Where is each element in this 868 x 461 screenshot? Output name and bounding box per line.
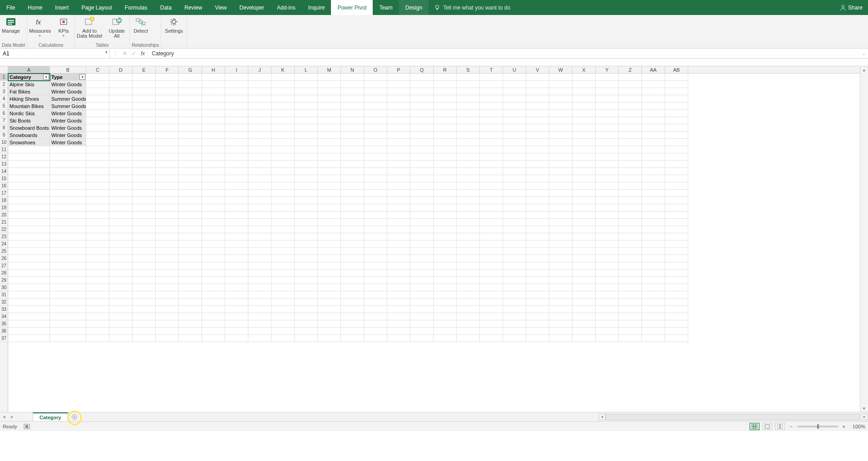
cell-J9[interactable]: [248, 132, 271, 139]
cell-Q21[interactable]: [410, 219, 434, 226]
cell-W3[interactable]: [549, 88, 572, 95]
cell-P14[interactable]: [387, 168, 410, 175]
cell-U19[interactable]: [503, 204, 526, 211]
cell-V18[interactable]: [526, 197, 549, 204]
cell-X5[interactable]: [572, 103, 596, 110]
cell-P10[interactable]: [387, 139, 410, 146]
cell-T28[interactable]: [480, 270, 503, 277]
cell-Q32[interactable]: [410, 299, 434, 306]
cell-Q8[interactable]: [410, 124, 434, 132]
cell-Z24[interactable]: [619, 240, 642, 248]
cell-AA15[interactable]: [642, 175, 665, 182]
cell-Q34[interactable]: [410, 313, 434, 320]
cell-J20[interactable]: [248, 211, 271, 219]
cell-AB27[interactable]: [665, 262, 688, 270]
cell-Z33[interactable]: [619, 306, 642, 313]
cell-A36[interactable]: [8, 328, 50, 335]
cell-S10[interactable]: [457, 139, 480, 146]
cell-A37[interactable]: [8, 335, 50, 342]
cell-M36[interactable]: [318, 328, 341, 335]
cell-J16[interactable]: [248, 182, 271, 190]
row-header-22[interactable]: 22: [0, 226, 8, 233]
cell-Q25[interactable]: [410, 248, 434, 255]
cell-E35[interactable]: [133, 320, 156, 328]
row-header-18[interactable]: 18: [0, 197, 8, 204]
cell-Z4[interactable]: [619, 95, 642, 103]
cell-X27[interactable]: [572, 262, 596, 270]
cell-P25[interactable]: [387, 248, 410, 255]
cell-A20[interactable]: [8, 211, 50, 219]
cell-I36[interactable]: [225, 328, 248, 335]
cell-E19[interactable]: [133, 204, 156, 211]
cell-O7[interactable]: [364, 117, 387, 124]
cell-V3[interactable]: [526, 88, 549, 95]
cell-A29[interactable]: [8, 277, 50, 284]
cell-Z30[interactable]: [619, 284, 642, 291]
cell-K35[interactable]: [271, 320, 295, 328]
cell-H1[interactable]: [202, 74, 225, 81]
cell-AB19[interactable]: [665, 204, 688, 211]
cell-H10[interactable]: [202, 139, 225, 146]
cell-Z21[interactable]: [619, 219, 642, 226]
cell-C4[interactable]: [86, 95, 109, 103]
cell-I27[interactable]: [225, 262, 248, 270]
cell-J30[interactable]: [248, 284, 271, 291]
cell-U14[interactable]: [503, 168, 526, 175]
cell-F9[interactable]: [156, 132, 179, 139]
cell-E28[interactable]: [133, 270, 156, 277]
cell-J37[interactable]: [248, 335, 271, 342]
cell-Q30[interactable]: [410, 284, 434, 291]
cell-N20[interactable]: [341, 211, 364, 219]
cell-K31[interactable]: [271, 291, 295, 299]
cell-H14[interactable]: [202, 168, 225, 175]
cell-F28[interactable]: [156, 270, 179, 277]
cell-V1[interactable]: [526, 74, 549, 81]
cell-Q10[interactable]: [410, 139, 434, 146]
cell-H23[interactable]: [202, 233, 225, 240]
cell-Y2[interactable]: [596, 81, 619, 88]
cell-I12[interactable]: [225, 153, 248, 161]
cell-P22[interactable]: [387, 226, 410, 233]
cell-U34[interactable]: [503, 313, 526, 320]
cell-N9[interactable]: [341, 132, 364, 139]
cell-H9[interactable]: [202, 132, 225, 139]
column-header-G[interactable]: G: [179, 66, 202, 74]
cell-F32[interactable]: [156, 299, 179, 306]
cell-U12[interactable]: [503, 153, 526, 161]
cell-G14[interactable]: [179, 168, 202, 175]
cell-K21[interactable]: [271, 219, 295, 226]
cell-W5[interactable]: [549, 103, 572, 110]
cell-E22[interactable]: [133, 226, 156, 233]
cell-N10[interactable]: [341, 139, 364, 146]
cell-P24[interactable]: [387, 240, 410, 248]
cell-K19[interactable]: [271, 204, 295, 211]
vertical-scrollbar[interactable]: ▴ ▾: [860, 66, 868, 412]
cell-D13[interactable]: [109, 161, 133, 168]
cell-M2[interactable]: [318, 81, 341, 88]
cell-S35[interactable]: [457, 320, 480, 328]
cell-Z12[interactable]: [619, 153, 642, 161]
cell-AB17[interactable]: [665, 190, 688, 197]
cell-N30[interactable]: [341, 284, 364, 291]
cell-K37[interactable]: [271, 335, 295, 342]
cell-A30[interactable]: [8, 284, 50, 291]
cell-Y26[interactable]: [596, 255, 619, 262]
cell-F37[interactable]: [156, 335, 179, 342]
cell-Z13[interactable]: [619, 161, 642, 168]
cell-B35[interactable]: [50, 320, 86, 328]
cell-B14[interactable]: [50, 168, 86, 175]
cell-P5[interactable]: [387, 103, 410, 110]
cell-R6[interactable]: [434, 110, 457, 117]
cell-I34[interactable]: [225, 313, 248, 320]
cell-AA25[interactable]: [642, 248, 665, 255]
cell-AA35[interactable]: [642, 320, 665, 328]
cell-G8[interactable]: [179, 124, 202, 132]
column-header-S[interactable]: S: [457, 66, 480, 74]
cell-Q6[interactable]: [410, 110, 434, 117]
cell-E25[interactable]: [133, 248, 156, 255]
cell-M12[interactable]: [318, 153, 341, 161]
cell-F25[interactable]: [156, 248, 179, 255]
cell-P6[interactable]: [387, 110, 410, 117]
column-header-B[interactable]: B: [50, 66, 86, 74]
cell-I30[interactable]: [225, 284, 248, 291]
